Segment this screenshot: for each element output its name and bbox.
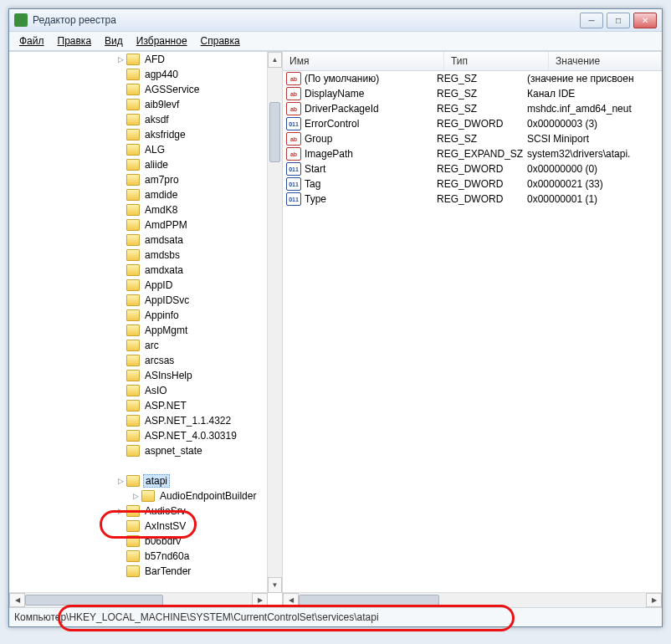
column-value[interactable]: Значение <box>549 52 662 70</box>
folder-icon <box>126 385 140 396</box>
menu-view[interactable]: Вид <box>98 33 130 49</box>
vals-scroll-track[interactable] <box>299 593 646 607</box>
value-row[interactable]: abDriverPackageIdREG_SZmshdc.inf_amd64_n… <box>283 101 662 116</box>
tree-item[interactable]: aksfridge <box>9 127 268 142</box>
folder-icon <box>126 430 140 442</box>
expand-toggle-icon[interactable]: ▷ <box>131 492 140 500</box>
tree-item[interactable]: arc <box>9 338 268 353</box>
value-row[interactable]: 011TagREG_DWORD0x00000021 (33) <box>283 176 662 192</box>
vals-scroll-left[interactable]: ◀ <box>283 593 299 607</box>
folder-icon <box>126 505 140 517</box>
tree-horizontal-scrollbar[interactable]: ◀ ▶ <box>9 592 268 607</box>
scroll-thumb[interactable] <box>269 102 280 162</box>
tree-item[interactable]: ASP.NET <box>9 398 268 413</box>
tree-vertical-scrollbar[interactable]: ▲ ▼ <box>267 52 282 593</box>
folder-icon <box>126 535 140 547</box>
column-headers[interactable]: Имя Тип Значение <box>283 52 662 71</box>
statusbar: Компьютер\HKEY_LOCAL_MACHINE\SYSTEM\Curr… <box>9 607 662 626</box>
binary-value-icon: 011 <box>286 192 301 206</box>
status-prefix: Компьютер <box>14 611 66 623</box>
value-data: 0x00000003 (3) <box>527 118 662 130</box>
value-data: 0x00000000 (0) <box>527 163 662 175</box>
tree-item[interactable]: ASInsHelp <box>9 368 268 383</box>
tree-item[interactable]: b57nd60a <box>9 549 268 564</box>
tree-list[interactable]: ▷AFDagp440AGSServiceaib9levfaksdfaksfrid… <box>9 52 268 593</box>
menu-help[interactable]: Справка <box>194 33 247 49</box>
scroll-track[interactable] <box>25 593 252 607</box>
tree-item[interactable]: agp440 <box>9 67 268 82</box>
status-path: \HKEY_LOCAL_MACHINE\SYSTEM\CurrentContro… <box>66 611 378 623</box>
tree-item[interactable]: amdxata <box>9 263 268 278</box>
registry-editor-window: Редактор реестра ─ □ ✕ Файл Правка Вид И… <box>8 8 663 627</box>
expand-toggle-icon[interactable]: ▷ <box>116 507 125 515</box>
titlebar[interactable]: Редактор реестра ─ □ ✕ <box>9 9 662 32</box>
tree-item-label: AGSService <box>143 84 201 95</box>
value-row[interactable]: abImagePathREG_EXPAND_SZsystem32\drivers… <box>283 146 662 161</box>
minimize-button[interactable]: ─ <box>580 13 603 28</box>
folder-icon <box>126 54 140 65</box>
value-row[interactable]: ab(По умолчанию)REG_SZ(значение не присв… <box>283 71 662 86</box>
value-name: DisplayName <box>305 88 437 100</box>
tree-item-label: AmdPPM <box>143 219 189 231</box>
tree-item[interactable]: ASP.NET_4.0.30319 <box>9 428 268 443</box>
tree-item[interactable]: AppMgmt <box>9 323 268 338</box>
tree-item-label: arc <box>143 340 161 351</box>
tree-item[interactable]: AmdK8 <box>9 202 268 217</box>
tree-item[interactable]: ▷atapi <box>9 473 268 488</box>
tree-item[interactable]: AmdPPM <box>9 217 268 233</box>
tree-item[interactable]: AppIDSvc <box>9 293 268 308</box>
value-row[interactable]: abDisplayNameREG_SZКанал IDE <box>283 86 662 101</box>
tree-item[interactable]: am7pro <box>9 172 268 187</box>
binary-value-icon: 011 <box>286 162 301 176</box>
value-type: REG_DWORD <box>437 118 527 130</box>
tree-item[interactable]: aspnet_state <box>9 443 268 458</box>
menu-file[interactable]: Файл <box>13 33 51 49</box>
tree-item[interactable]: ▷AudioSrv <box>9 503 268 519</box>
tree-item-label: AsIO <box>143 385 169 396</box>
scroll-down-button[interactable]: ▼ <box>268 577 282 593</box>
close-button[interactable]: ✕ <box>633 13 657 28</box>
expand-toggle-icon[interactable]: ▷ <box>116 55 125 64</box>
tree-item[interactable]: BarTender <box>9 564 268 579</box>
value-row[interactable]: 011TypeREG_DWORD0x00000001 (1) <box>283 192 662 207</box>
tree-item[interactable]: aliide <box>9 157 268 172</box>
value-row[interactable]: abGroupREG_SZSCSI Miniport <box>283 131 662 146</box>
tree-item[interactable]: amdsata <box>9 233 268 248</box>
scroll-up-button[interactable]: ▲ <box>268 52 282 68</box>
tree-item[interactable]: ASP.NET_1.1.4322 <box>9 413 268 428</box>
tree-item[interactable]: aib9levf <box>9 97 268 112</box>
scroll-right-button[interactable]: ▶ <box>252 593 268 607</box>
scroll-hthumb[interactable] <box>25 595 163 606</box>
values-horizontal-scrollbar[interactable]: ◀ ▶ <box>283 592 662 607</box>
folder-icon <box>126 264 140 276</box>
tree-item[interactable]: ALG <box>9 142 268 157</box>
expand-toggle-icon[interactable]: ▷ <box>116 477 125 485</box>
tree-item[interactable]: AppID <box>9 278 268 293</box>
tree-item[interactable]: AsIO <box>9 383 268 398</box>
value-row[interactable]: 011ErrorControlREG_DWORD0x00000003 (3) <box>283 116 662 131</box>
folder-icon <box>126 204 140 216</box>
tree-item[interactable]: arcsas <box>9 353 268 368</box>
tree-item[interactable]: Appinfo <box>9 308 268 323</box>
tree-item[interactable]: amdide <box>9 187 268 202</box>
tree-item[interactable]: AGSService <box>9 82 268 97</box>
tree-item[interactable]: ▷AFD <box>9 52 268 67</box>
tree-item[interactable]: b06bdrv <box>9 534 268 549</box>
vals-scroll-right[interactable]: ▶ <box>646 593 662 607</box>
tree-item[interactable]: amdsbs <box>9 248 268 263</box>
tree-item[interactable]: ▷AudioEndpointBuilder <box>9 488 268 503</box>
column-name[interactable]: Имя <box>283 52 444 70</box>
menu-favorites[interactable]: Избранное <box>130 33 194 49</box>
tree-item[interactable]: aksdf <box>9 112 268 127</box>
binary-value-icon: 011 <box>286 117 301 130</box>
scroll-left-button[interactable]: ◀ <box>9 593 25 607</box>
maximize-button[interactable]: □ <box>607 13 630 28</box>
folder-icon <box>126 340 140 351</box>
value-row[interactable]: 011StartREG_DWORD0x00000000 (0) <box>283 161 662 176</box>
column-type[interactable]: Тип <box>444 52 549 70</box>
tree-item[interactable]: AxInstSV <box>9 519 268 534</box>
vals-scroll-thumb[interactable] <box>299 595 439 606</box>
tree-item-label: ALG <box>143 144 166 156</box>
menu-edit[interactable]: Правка <box>51 33 99 49</box>
values-list[interactable]: ab(По умолчанию)REG_SZ(значение не присв… <box>283 71 662 607</box>
